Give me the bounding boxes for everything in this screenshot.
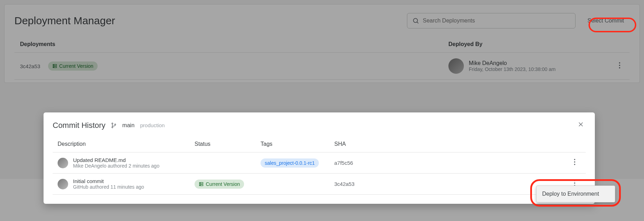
svg-point-11 [115, 124, 116, 125]
avatar [58, 158, 68, 168]
commit-table-head: Description Status Tags SHA [53, 141, 586, 152]
svg-point-19 [200, 183, 201, 183]
svg-point-16 [574, 164, 576, 165]
commit-actions-button[interactable] [570, 157, 579, 169]
svg-point-22 [574, 182, 576, 184]
commit-title: Initial commit [73, 178, 144, 184]
commit-desc: Initial commit GitHub authored 11 minute… [58, 178, 195, 190]
environment-name[interactable]: production [140, 122, 165, 128]
col-status: Status [195, 141, 261, 147]
svg-point-20 [200, 185, 201, 185]
commit-status: Current Version [195, 180, 261, 189]
commit-desc: Updated README.md Mike DeAngelo authored… [58, 157, 195, 169]
commit-tags: sales_project-0.0.1-rc1 [261, 158, 334, 168]
close-icon [578, 122, 584, 127]
svg-point-21 [574, 180, 576, 181]
deploy-label: Deploy to Environment [542, 191, 599, 197]
avatar [58, 179, 68, 189]
kebab-icon [574, 159, 576, 165]
commit-subtitle: GitHub authored 11 minutes ago [73, 184, 144, 190]
svg-point-9 [112, 123, 113, 124]
col-description: Description [58, 141, 195, 147]
commit-title: Updated README.md [73, 157, 159, 163]
commit-sha: a7f5c56 [334, 160, 570, 166]
server-icon [199, 182, 204, 187]
close-button[interactable] [576, 119, 586, 131]
tag-chip[interactable]: sales_project-0.0.1-rc1 [261, 158, 319, 168]
dialog-title: Commit History [53, 121, 105, 130]
commit-row[interactable]: Initial commit GitHub authored 11 minute… [53, 174, 586, 195]
badge-label: Current Version [206, 181, 240, 187]
col-sha: SHA [334, 141, 570, 147]
svg-point-10 [112, 126, 113, 128]
svg-point-14 [574, 159, 576, 160]
commit-history-dialog: Commit History main production Descripti… [44, 112, 595, 204]
deploy-menu-item[interactable]: Deploy to Environment [536, 186, 615, 202]
commit-row[interactable]: Updated README.md Mike DeAngelo authored… [53, 152, 586, 174]
branch-name[interactable]: main [122, 122, 134, 129]
svg-point-15 [574, 161, 576, 163]
dialog-header: Commit History main production [53, 119, 586, 131]
dialog-title-row: Commit History main production [53, 121, 165, 130]
commit-subtitle: Mike DeAngelo authored 2 minutes ago [73, 163, 159, 169]
branch-icon [111, 122, 117, 129]
col-tags: Tags [261, 141, 334, 147]
commit-sha: 3c42a53 [334, 181, 570, 187]
current-version-badge: Current Version [195, 180, 244, 189]
